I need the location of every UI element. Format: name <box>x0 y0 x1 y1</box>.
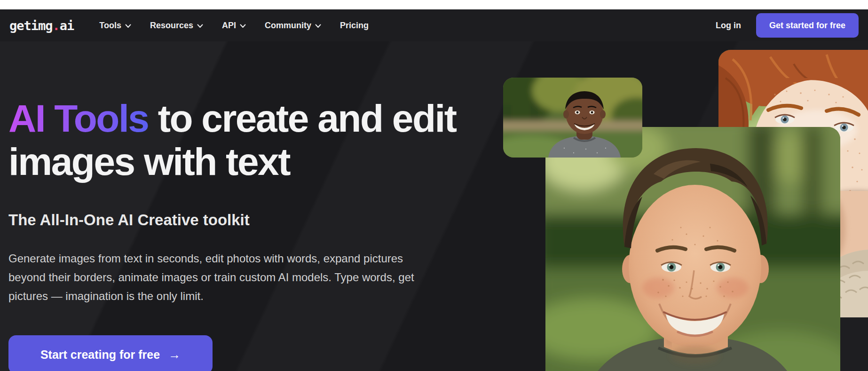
top-white-strip <box>0 0 868 9</box>
nav-item-api[interactable]: API <box>222 21 246 31</box>
headline-line2: images with text <box>8 140 290 183</box>
start-creating-label: Start creating for free <box>40 348 160 362</box>
chevron-down-icon <box>125 24 131 28</box>
nav-item-label: Community <box>265 21 311 31</box>
nav-item-label: Tools <box>99 21 121 31</box>
login-link[interactable]: Log in <box>716 21 741 31</box>
chevron-down-icon <box>197 24 203 28</box>
logo-tld: ai <box>60 18 74 33</box>
headline-rest: to create and edit <box>148 97 456 140</box>
smiling-man-in-park-photo <box>503 78 642 158</box>
chevron-down-icon <box>315 24 321 28</box>
nav-item-label: Resources <box>150 21 193 31</box>
start-creating-button[interactable]: Start creating for free → <box>8 335 213 371</box>
logo-dot: . <box>53 18 60 33</box>
logo[interactable]: getimg.ai <box>9 18 74 33</box>
nav-item-resources[interactable]: Resources <box>150 21 203 31</box>
headline-highlight: AI Tools <box>8 97 148 140</box>
logo-name: getimg <box>9 18 53 33</box>
get-started-button[interactable]: Get started for free <box>756 13 859 38</box>
arrow-right-icon: → <box>168 347 181 362</box>
nav-item-label: API <box>222 21 236 31</box>
nav-item-label: Pricing <box>340 21 369 31</box>
page-title: AI Tools to create and editimages with t… <box>8 97 500 183</box>
nav-item-tools[interactable]: Tools <box>99 21 131 31</box>
hero-description: Generate images from text in seconds, ed… <box>8 249 434 306</box>
nav-item-community[interactable]: Community <box>265 21 321 31</box>
nav-menu: Tools Resources API Community Pricing <box>99 21 369 31</box>
nav-item-pricing[interactable]: Pricing <box>340 21 369 31</box>
young-man-freckles-smiling-photo <box>545 127 840 371</box>
navbar: getimg.ai Tools Resources API Community … <box>0 9 868 41</box>
nav-right-group: Log in Get started for free <box>716 13 859 38</box>
subheadline: The All-In-One AI Creative toolkit <box>8 211 250 229</box>
chevron-down-icon <box>240 24 246 28</box>
hero-section: AI Tools to create and editimages with t… <box>0 41 868 371</box>
